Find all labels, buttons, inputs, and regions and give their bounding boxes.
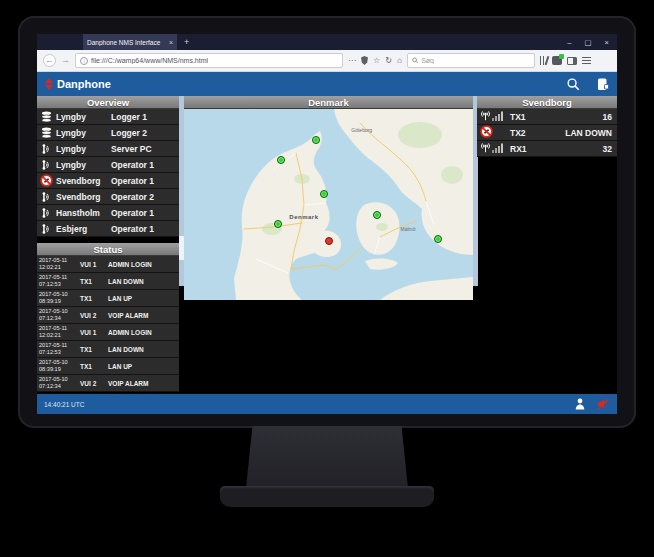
site-row[interactable]: TX116 [477,109,617,125]
site-panel-header: Svendborg [477,96,617,109]
back-button[interactable]: ← [43,54,56,67]
browser-search-field[interactable] [407,53,535,68]
search-input[interactable] [421,57,530,64]
minimize-button[interactable]: – [567,38,571,47]
browser-window: Danphone NMS Interface × + – ▢ × ← → i f… [37,34,617,414]
source-label: TX1 [80,346,108,353]
phone-icon [39,207,53,219]
refresh-icon[interactable]: ↻ [385,57,392,65]
logout-icon[interactable] [596,77,610,92]
channel-value: 16 [603,112,614,122]
overview-row[interactable]: LyngbyLogger 2 [37,125,179,141]
event-label: ADMIN LOGIN [108,329,152,336]
home-icon[interactable]: ⌂ [397,57,402,65]
map-marker-alarm[interactable] [325,237,333,245]
source-label: VUI 2 [80,380,108,387]
url-bar[interactable]: i file:///C:/wamp64/www/NMS/nms.html [75,53,343,68]
search-icon [412,57,418,64]
denmark-map[interactable]: DenmarkGöteborgMalmö [184,109,473,300]
overview-row[interactable]: LyngbyServer PC [37,141,179,157]
status-row[interactable]: 2017-05-1107:12:53TX1LAN DOWN [37,341,179,358]
status-row[interactable]: 2017-05-1112:02:21VUI 1ADMIN LOGIN [37,256,179,273]
user-icon[interactable] [575,398,585,410]
close-button[interactable]: × [605,38,609,47]
status-row[interactable]: 2017-05-1007:12:34VUI 2VOIP ALARM [37,375,179,392]
site-row[interactable]: TX2LAN DOWN [477,125,617,141]
footer-icons [575,398,610,410]
overview-row[interactable]: LyngbyLogger 1 [37,109,179,125]
event-label: ADMIN LOGIN [108,261,152,268]
map-search-icon[interactable] [566,77,581,92]
site-label: Lyngby [56,128,108,138]
menu-icon[interactable] [582,57,591,58]
utc-clock: 14:40:21 UTC [44,401,84,408]
overview-panel: Overview LyngbyLogger 1LyngbyLogger 2Lyn… [37,96,179,394]
overview-row[interactable]: LyngbyOperator 1 [37,157,179,173]
map-label: Göteborg [351,127,372,133]
map-marker-ok[interactable] [312,136,320,144]
status-row[interactable]: 2017-05-1008:39:19TX1LAN UP [37,358,179,375]
new-tab-button[interactable]: + [184,37,189,47]
app-header: Danphone [37,72,617,96]
overview-row[interactable]: EsbjergOperator 1 [37,221,179,237]
map-marker-ok[interactable] [373,211,381,219]
site-label: Svendborg [56,192,108,202]
event-label: VOIP ALARM [108,312,148,319]
bookmark-star-icon[interactable]: ☆ [373,57,380,65]
forward-button[interactable]: → [61,56,70,65]
overview-row[interactable]: SvendborgOperator 1 [37,173,179,189]
browser-tab[interactable]: Danphone NMS Interface × [83,34,177,50]
scene: Danphone NMS Interface × + – ▢ × ← → i f… [0,0,654,557]
source-label: VUI 1 [80,261,108,268]
site-row[interactable]: RX132 [477,141,617,157]
site-panel: Svendborg TX116TX2LAN DOWNRX132 [477,96,617,394]
browser-toolbar: ← → i file:///C:/wamp64/www/NMS/nms.html… [37,50,617,72]
channel-label: TX1 [510,112,526,122]
nms-content: Overview LyngbyLogger 1LyngbyLogger 2Lyn… [37,96,617,394]
device-label: Operator 1 [111,208,154,218]
device-label: Operator 1 [111,224,154,234]
sidebar-icon[interactable] [567,57,577,65]
timestamp: 2017-05-1107:12:53 [39,274,80,287]
maximize-button[interactable]: ▢ [585,38,592,47]
map-marker-ok[interactable] [320,190,328,198]
extension-badge [559,54,564,59]
status-row[interactable]: 2017-05-1008:39:19TX1LAN UP [37,290,179,307]
header-icons [566,77,610,92]
status-list: 2017-05-1112:02:21VUI 1ADMIN LOGIN2017-0… [37,256,179,392]
phone-blocked-icon [480,125,493,140]
library-icon[interactable] [540,56,548,65]
site-info-icon[interactable]: i [80,57,88,65]
site-list: TX116TX2LAN DOWNRX132 [477,109,617,157]
event-label: LAN UP [108,295,132,302]
tracking-shield-icon[interactable] [361,56,368,65]
event-label: LAN DOWN [108,278,144,285]
map-panel: Denmark [184,96,473,394]
audio-muted-icon[interactable] [597,398,610,410]
map-marker-ok[interactable] [277,156,285,164]
site-label: Hanstholm [56,208,108,218]
timestamp: 2017-05-1107:12:53 [39,342,80,355]
site-label: Svendborg [56,176,108,186]
source-label: VUI 2 [80,312,108,319]
brand: Danphone [44,78,111,91]
event-label: LAN UP [108,363,132,370]
database-icon [39,127,53,139]
overview-row[interactable]: SvendborgOperator 2 [37,189,179,205]
timestamp: 2017-05-1008:39:19 [39,291,80,304]
channel-value: LAN DOWN [565,128,614,138]
device-label: Operator 1 [111,176,154,186]
phone-icon [39,223,53,235]
window-controls: – ▢ × [567,34,609,50]
status-row[interactable]: 2017-05-1107:12:53TX1LAN DOWN [37,273,179,290]
overview-row[interactable]: HanstholmOperator 1 [37,205,179,221]
database-icon [39,111,53,123]
map-marker-ok[interactable] [274,220,282,228]
extension-icon[interactable] [552,56,562,65]
page-actions-icon[interactable]: ⋯ [348,57,356,65]
map-marker-ok[interactable] [434,235,442,243]
site-label: Lyngby [56,160,108,170]
status-row[interactable]: 2017-05-1007:12:34VUI 2VOIP ALARM [37,307,179,324]
tab-close-icon[interactable]: × [169,39,173,46]
status-row[interactable]: 2017-05-1112:02:21VUI 1ADMIN LOGIN [37,324,179,341]
